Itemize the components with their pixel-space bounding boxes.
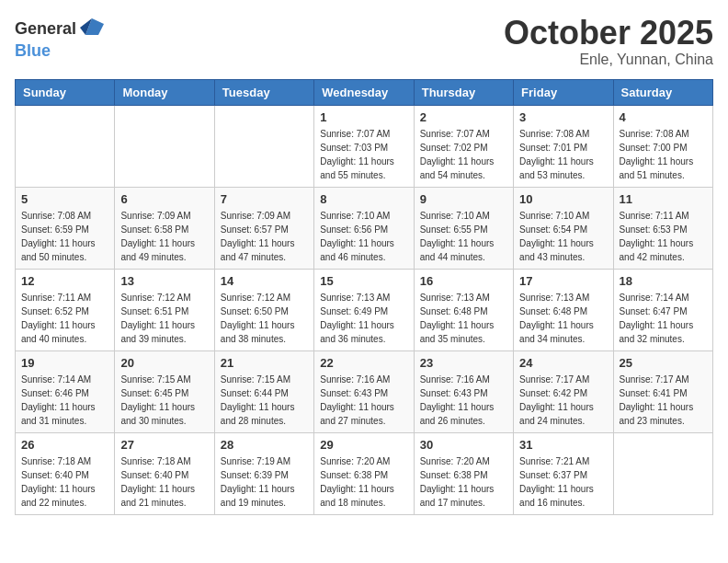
calendar-cell: 9Sunrise: 7:10 AMSunset: 6:55 PMDaylight… <box>414 187 513 269</box>
page-header: General Blue October 2025 Enle, Yunnan, … <box>15 15 713 68</box>
calendar-cell: 23Sunrise: 7:16 AMSunset: 6:43 PMDayligh… <box>414 350 513 432</box>
day-number: 9 <box>420 192 507 206</box>
day-info: Sunrise: 7:10 AMSunset: 6:54 PMDaylight:… <box>519 209 607 264</box>
day-number: 18 <box>620 274 707 288</box>
day-info: Sunrise: 7:19 AMSunset: 6:39 PMDaylight:… <box>221 454 308 510</box>
calendar-cell: 16Sunrise: 7:13 AMSunset: 6:48 PMDayligh… <box>414 269 513 350</box>
day-number: 14 <box>221 274 308 288</box>
day-number: 5 <box>21 192 108 206</box>
day-info: Sunrise: 7:16 AMSunset: 6:43 PMDaylight:… <box>320 373 407 428</box>
day-number: 23 <box>420 356 507 370</box>
day-info: Sunrise: 7:20 AMSunset: 6:38 PMDaylight:… <box>320 454 407 510</box>
week-row-3: 12Sunrise: 7:11 AMSunset: 6:52 PMDayligh… <box>16 269 713 350</box>
day-number: 28 <box>221 438 308 452</box>
calendar-cell: 27Sunrise: 7:18 AMSunset: 6:40 PMDayligh… <box>115 432 214 514</box>
day-number: 4 <box>620 110 707 124</box>
day-info: Sunrise: 7:14 AMSunset: 6:46 PMDaylight:… <box>21 373 108 428</box>
day-info: Sunrise: 7:21 AMSunset: 6:37 PMDaylight:… <box>519 454 607 510</box>
col-monday: Monday <box>115 79 214 105</box>
day-number: 24 <box>519 356 607 370</box>
day-info: Sunrise: 7:13 AMSunset: 6:49 PMDaylight:… <box>320 291 407 346</box>
day-info: Sunrise: 7:18 AMSunset: 6:40 PMDaylight:… <box>120 454 208 510</box>
col-thursday: Thursday <box>414 79 513 105</box>
day-number: 26 <box>21 438 108 452</box>
day-number: 8 <box>320 192 407 206</box>
calendar-cell: 3Sunrise: 7:08 AMSunset: 7:01 PMDaylight… <box>514 105 613 187</box>
day-number: 27 <box>120 438 208 452</box>
day-number: 3 <box>519 110 607 124</box>
calendar-cell <box>16 105 115 187</box>
day-info: Sunrise: 7:20 AMSunset: 6:38 PMDaylight:… <box>420 454 507 510</box>
calendar-cell <box>613 432 712 514</box>
calendar-cell <box>214 105 313 187</box>
day-info: Sunrise: 7:12 AMSunset: 6:51 PMDaylight:… <box>120 291 208 346</box>
col-tuesday: Tuesday <box>214 79 313 105</box>
day-info: Sunrise: 7:08 AMSunset: 6:59 PMDaylight:… <box>21 209 108 264</box>
calendar-table: Sunday Monday Tuesday Wednesday Thursday… <box>15 79 713 515</box>
logo-icon <box>78 15 106 42</box>
calendar-cell: 25Sunrise: 7:17 AMSunset: 6:41 PMDayligh… <box>613 350 712 432</box>
day-info: Sunrise: 7:14 AMSunset: 6:47 PMDaylight:… <box>620 291 707 346</box>
day-number: 12 <box>21 274 108 288</box>
col-wednesday: Wednesday <box>314 79 414 105</box>
title-block: October 2025 Enle, Yunnan, China <box>504 15 713 68</box>
day-number: 16 <box>420 274 507 288</box>
calendar-cell: 10Sunrise: 7:10 AMSunset: 6:54 PMDayligh… <box>514 187 613 269</box>
day-info: Sunrise: 7:09 AMSunset: 6:57 PMDaylight:… <box>221 209 308 264</box>
day-number: 19 <box>21 356 108 370</box>
calendar-cell: 8Sunrise: 7:10 AMSunset: 6:56 PMDaylight… <box>314 187 414 269</box>
calendar-cell: 2Sunrise: 7:07 AMSunset: 7:02 PMDaylight… <box>414 105 513 187</box>
day-number: 11 <box>620 192 707 206</box>
calendar-cell: 31Sunrise: 7:21 AMSunset: 6:37 PMDayligh… <box>514 432 613 514</box>
calendar-cell: 6Sunrise: 7:09 AMSunset: 6:58 PMDaylight… <box>115 187 214 269</box>
calendar-cell: 12Sunrise: 7:11 AMSunset: 6:52 PMDayligh… <box>16 269 115 350</box>
calendar-cell: 7Sunrise: 7:09 AMSunset: 6:57 PMDaylight… <box>214 187 313 269</box>
calendar-title: October 2025 <box>504 15 713 52</box>
day-info: Sunrise: 7:15 AMSunset: 6:45 PMDaylight:… <box>120 373 208 428</box>
logo-blue: Blue <box>15 41 51 60</box>
calendar-cell: 29Sunrise: 7:20 AMSunset: 6:38 PMDayligh… <box>314 432 414 514</box>
col-sunday: Sunday <box>16 79 115 105</box>
calendar-cell: 17Sunrise: 7:13 AMSunset: 6:48 PMDayligh… <box>514 269 613 350</box>
day-info: Sunrise: 7:18 AMSunset: 6:40 PMDaylight:… <box>21 454 108 510</box>
day-info: Sunrise: 7:17 AMSunset: 6:41 PMDaylight:… <box>620 373 707 428</box>
day-number: 7 <box>221 192 308 206</box>
calendar-cell: 22Sunrise: 7:16 AMSunset: 6:43 PMDayligh… <box>314 350 414 432</box>
day-info: Sunrise: 7:09 AMSunset: 6:58 PMDaylight:… <box>120 209 208 264</box>
week-row-5: 26Sunrise: 7:18 AMSunset: 6:40 PMDayligh… <box>16 432 713 514</box>
day-number: 29 <box>320 438 407 452</box>
day-number: 13 <box>120 274 208 288</box>
week-row-4: 19Sunrise: 7:14 AMSunset: 6:46 PMDayligh… <box>16 350 713 432</box>
calendar-cell: 19Sunrise: 7:14 AMSunset: 6:46 PMDayligh… <box>16 350 115 432</box>
day-number: 17 <box>519 274 607 288</box>
day-number: 10 <box>519 192 607 206</box>
day-number: 20 <box>120 356 208 370</box>
day-number: 1 <box>320 110 407 124</box>
calendar-cell: 5Sunrise: 7:08 AMSunset: 6:59 PMDaylight… <box>16 187 115 269</box>
calendar-header-row: Sunday Monday Tuesday Wednesday Thursday… <box>16 79 713 105</box>
day-info: Sunrise: 7:10 AMSunset: 6:55 PMDaylight:… <box>420 209 507 264</box>
day-number: 30 <box>420 438 507 452</box>
day-info: Sunrise: 7:13 AMSunset: 6:48 PMDaylight:… <box>420 291 507 346</box>
day-info: Sunrise: 7:13 AMSunset: 6:48 PMDaylight:… <box>519 291 607 346</box>
day-info: Sunrise: 7:16 AMSunset: 6:43 PMDaylight:… <box>420 373 507 428</box>
calendar-cell: 26Sunrise: 7:18 AMSunset: 6:40 PMDayligh… <box>16 432 115 514</box>
day-info: Sunrise: 7:11 AMSunset: 6:53 PMDaylight:… <box>620 209 707 264</box>
col-friday: Friday <box>514 79 613 105</box>
day-number: 2 <box>420 110 507 124</box>
day-number: 31 <box>519 438 607 452</box>
calendar-cell: 24Sunrise: 7:17 AMSunset: 6:42 PMDayligh… <box>514 350 613 432</box>
logo-general: General <box>15 20 76 37</box>
day-info: Sunrise: 7:07 AMSunset: 7:02 PMDaylight:… <box>420 127 507 182</box>
calendar-cell: 14Sunrise: 7:12 AMSunset: 6:50 PMDayligh… <box>214 269 313 350</box>
week-row-2: 5Sunrise: 7:08 AMSunset: 6:59 PMDaylight… <box>16 187 713 269</box>
calendar-cell: 4Sunrise: 7:08 AMSunset: 7:00 PMDaylight… <box>613 105 712 187</box>
calendar-cell: 15Sunrise: 7:13 AMSunset: 6:49 PMDayligh… <box>314 269 414 350</box>
calendar-cell: 21Sunrise: 7:15 AMSunset: 6:44 PMDayligh… <box>214 350 313 432</box>
calendar-cell: 28Sunrise: 7:19 AMSunset: 6:39 PMDayligh… <box>214 432 313 514</box>
day-info: Sunrise: 7:12 AMSunset: 6:50 PMDaylight:… <box>221 291 308 346</box>
day-info: Sunrise: 7:11 AMSunset: 6:52 PMDaylight:… <box>21 291 108 346</box>
calendar-cell: 20Sunrise: 7:15 AMSunset: 6:45 PMDayligh… <box>115 350 214 432</box>
week-row-1: 1Sunrise: 7:07 AMSunset: 7:03 PMDaylight… <box>16 105 713 187</box>
day-info: Sunrise: 7:08 AMSunset: 7:01 PMDaylight:… <box>519 127 607 182</box>
